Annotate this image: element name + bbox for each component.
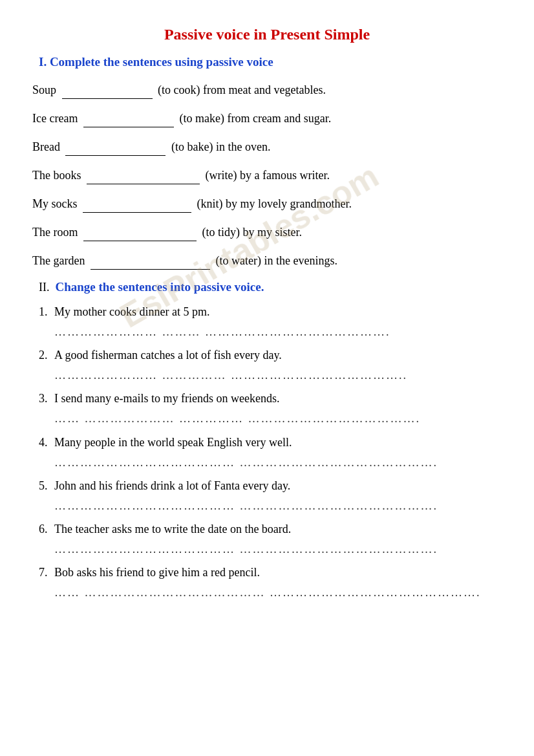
sentence-row: The garden (to water) in the evenings. bbox=[32, 252, 502, 270]
item-number: 4. bbox=[39, 434, 53, 451]
item-number: 5. bbox=[39, 477, 53, 495]
sentence-suffix: (to bake) in the oven. bbox=[171, 140, 270, 153]
answer-line[interactable]: …………………………………… ………………………………………. bbox=[54, 455, 502, 471]
blank-field[interactable] bbox=[62, 81, 153, 99]
blank-field[interactable] bbox=[83, 223, 197, 241]
section2-item-4: 4. Many people in the world speak Englis… bbox=[39, 434, 502, 471]
answer-line[interactable]: …………………… ……… ……………………………………. bbox=[54, 324, 502, 340]
sentence-row: Ice cream (to make) from cream and sugar… bbox=[32, 109, 502, 127]
blank-field[interactable] bbox=[87, 166, 200, 184]
sentence-prefix: The room bbox=[32, 226, 78, 239]
sentence-row: The room (to tidy) by my sister. bbox=[32, 223, 502, 241]
blank-field[interactable] bbox=[65, 138, 166, 156]
section2-heading: Change the sentences into passive voice. bbox=[56, 280, 264, 294]
answer-line[interactable]: …………………………………… ………………………………………. bbox=[54, 541, 502, 557]
sentence-suffix: (to cook) from meat and vegetables. bbox=[158, 83, 326, 96]
numbered-sentence: 6. The teacher asks me to write the date… bbox=[39, 521, 502, 538]
section2-item-7: 7. Bob asks his friend to give him a red… bbox=[39, 564, 502, 601]
item-sentence: My mother cooks dinner at 5 pm. bbox=[54, 303, 209, 321]
numbered-sentence: 5. John and his friends drink a lot of F… bbox=[39, 477, 502, 495]
item-sentence: John and his friends drink a lot of Fant… bbox=[54, 477, 290, 495]
numbered-sentence: 4. Many people in the world speak Englis… bbox=[39, 434, 502, 451]
item-sentence: The teacher asks me to write the date on… bbox=[54, 521, 291, 538]
item-sentence: Bob asks his friend to give him a red pe… bbox=[54, 564, 260, 581]
answer-line[interactable]: …………………………………… ………………………………………. bbox=[54, 498, 502, 514]
sentence-prefix: My socks bbox=[32, 197, 78, 210]
sentence-suffix: (to make) from cream and sugar. bbox=[179, 112, 331, 125]
sentence-row: Bread (to bake) in the oven. bbox=[32, 138, 502, 156]
numbered-sentence: 7. Bob asks his friend to give him a red… bbox=[39, 564, 502, 581]
blank-field[interactable] bbox=[83, 195, 191, 213]
answer-line[interactable]: …………………… …………… ………………………………….. bbox=[54, 367, 502, 383]
section2-item-3: 3. I send many e-mails to my friends on … bbox=[39, 390, 502, 427]
numbered-sentence: 2. A good fisherman catches a lot of fis… bbox=[39, 347, 502, 364]
sentence-suffix: (to water) in the evenings. bbox=[215, 254, 337, 267]
sentence-prefix: The books bbox=[32, 169, 81, 182]
sentence-row: Soup (to cook) from meat and vegetables. bbox=[32, 81, 502, 99]
item-number: 2. bbox=[39, 347, 53, 364]
section2-heading-line: II. Change the sentences into passive vo… bbox=[39, 280, 502, 294]
item-number: 1. bbox=[39, 303, 53, 321]
section2-item-6: 6. The teacher asks me to write the date… bbox=[39, 521, 502, 557]
blank-field[interactable] bbox=[83, 109, 174, 127]
item-sentence: A good fisherman catches a lot of fish e… bbox=[54, 347, 282, 364]
numbered-sentence: 1. My mother cooks dinner at 5 pm. bbox=[39, 303, 502, 321]
section2-item-2: 2. A good fisherman catches a lot of fis… bbox=[39, 347, 502, 383]
item-number: 3. bbox=[39, 390, 53, 407]
sentence-row: My socks (knit) by my lovely grandmother… bbox=[32, 195, 502, 213]
item-number: 6. bbox=[39, 521, 53, 538]
sentence-suffix: (knit) by my lovely grandmother. bbox=[197, 197, 352, 210]
blank-field[interactable] bbox=[91, 252, 210, 270]
section1-heading: I. Complete the sentences using passive … bbox=[39, 55, 502, 69]
section2-item-1: 1. My mother cooks dinner at 5 pm. ……………… bbox=[39, 303, 502, 340]
sentence-prefix: Soup bbox=[32, 83, 56, 96]
section2-label: II. bbox=[39, 281, 56, 294]
sentence-prefix: The garden bbox=[32, 254, 85, 267]
section2-item-5: 5. John and his friends drink a lot of F… bbox=[39, 477, 502, 514]
sentence-prefix: Bread bbox=[32, 140, 60, 153]
sentence-suffix: (to tidy) by my sister. bbox=[202, 226, 302, 239]
answer-line[interactable]: …… ………………… …………… …………………………………. bbox=[54, 411, 502, 427]
page-title: Passive voice in Present Simple bbox=[32, 26, 502, 43]
item-sentence: I send many e-mails to my friends on wee… bbox=[54, 390, 279, 407]
sentence-suffix: (write) by a famous writer. bbox=[206, 169, 330, 182]
sentence-row: The books (write) by a famous writer. bbox=[32, 166, 502, 184]
section2-wrapper: II. Change the sentences into passive vo… bbox=[39, 280, 502, 601]
numbered-sentence: 3. I send many e-mails to my friends on … bbox=[39, 390, 502, 407]
sentence-prefix: Ice cream bbox=[32, 112, 78, 125]
answer-line[interactable]: …… …………………………………… …………………………………………. bbox=[54, 585, 502, 601]
item-number: 7. bbox=[39, 564, 53, 581]
item-sentence: Many people in the world speak English v… bbox=[54, 434, 292, 451]
section1-sentences: Soup (to cook) from meat and vegetables.… bbox=[32, 81, 502, 270]
